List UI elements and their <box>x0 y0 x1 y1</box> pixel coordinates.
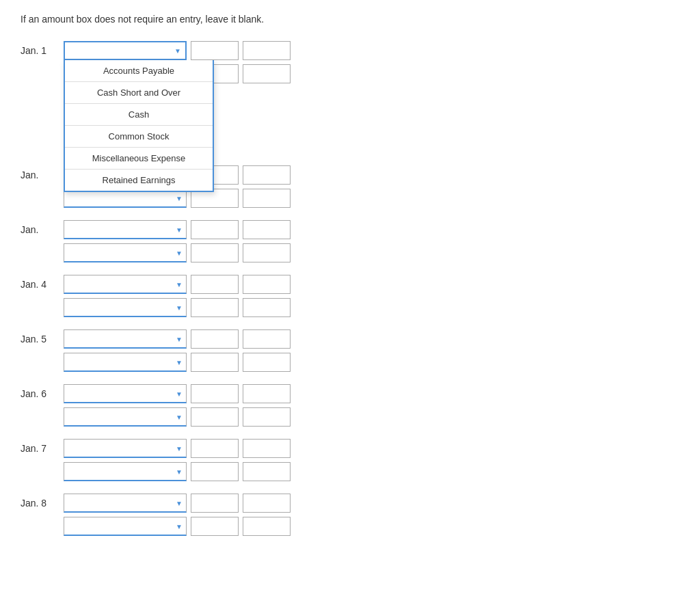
credit-input-jan5-2[interactable] <box>243 353 291 372</box>
date-label-jan1: Jan. 1 <box>21 41 58 56</box>
dropdown-wrapper-jan7-1: Accounts Payable Cash Short and Over Cas… <box>64 439 187 458</box>
debit-input-jan1-1[interactable] <box>191 41 239 60</box>
date-label-jan8: Jan. 8 <box>21 494 58 509</box>
credit-input-jan1-1[interactable] <box>243 41 291 60</box>
credit-input-jan4-2[interactable] <box>243 298 291 317</box>
entry-row-jan7-2: Accounts Payable Cash Short and Over Cas… <box>64 462 291 481</box>
journal-entry-jan3: Jan. Accounts Payable Cash Short and Ove… <box>21 220 679 262</box>
debit-input-jan5-1[interactable] <box>191 329 239 349</box>
instruction-text: If an amount box does not require an ent… <box>21 14 679 25</box>
entry-row-jan4-1: Accounts Payable Cash Short and Over Cas… <box>64 275 291 294</box>
entry-rows-jan1: ▼ Accounts Payable Cash Short and Over C… <box>64 41 291 83</box>
credit-input-jan6-2[interactable] <box>243 407 291 427</box>
dropdown-item-common-stock[interactable]: Common Stock <box>65 126 213 148</box>
dropdown-wrapper-jan4-1: Accounts Payable Cash Short and Over Cas… <box>64 275 187 294</box>
account-select-jan6-1[interactable]: Accounts Payable Cash Short and Over Cas… <box>64 384 187 403</box>
credit-input-jan8-2[interactable] <box>243 517 291 536</box>
dropdown-wrapper-jan4-2: Accounts Payable Cash Short and Over Cas… <box>64 298 187 317</box>
debit-input-jan4-2[interactable] <box>191 298 239 317</box>
debit-input-jan7-2[interactable] <box>191 462 239 481</box>
entry-rows-jan4: Accounts Payable Cash Short and Over Cas… <box>64 275 291 317</box>
entry-row-jan5-1: Accounts Payable Cash Short and Over Cas… <box>64 329 291 349</box>
credit-input-jan5-1[interactable] <box>243 329 291 349</box>
account-select-jan3-2[interactable]: Accounts Payable Cash Short and Over Cas… <box>64 243 187 262</box>
account-select-jan4-1[interactable]: Accounts Payable Cash Short and Over Cas… <box>64 275 187 294</box>
debit-input-jan5-2[interactable] <box>191 353 239 372</box>
dropdown-trigger-jan1[interactable]: ▼ <box>64 41 187 60</box>
account-select-jan5-2[interactable]: Accounts Payable Cash Short and Over Cas… <box>64 353 187 372</box>
date-label-jan6: Jan. 6 <box>21 384 58 399</box>
entry-row-jan3-2: Accounts Payable Cash Short and Over Cas… <box>64 243 291 262</box>
entry-row-jan5-2: Accounts Payable Cash Short and Over Cas… <box>64 353 291 372</box>
entry-row-jan8-2: Accounts Payable Cash Short and Over Cas… <box>64 517 291 536</box>
entry-row-jan7-1: Accounts Payable Cash Short and Over Cas… <box>64 439 291 458</box>
dropdown-item-cash[interactable]: Cash <box>65 104 213 126</box>
credit-input-jan8-1[interactable] <box>243 494 291 513</box>
account-select-jan4-2[interactable]: Accounts Payable Cash Short and Over Cas… <box>64 298 187 317</box>
dropdown-item-misc-expense[interactable]: Miscellaneous Expense <box>65 148 213 170</box>
dropdown-open-jan1: ▼ Accounts Payable Cash Short and Over C… <box>64 41 187 60</box>
dropdown-wrapper-jan3-2: Accounts Payable Cash Short and Over Cas… <box>64 243 187 262</box>
entry-rows-jan5: Accounts Payable Cash Short and Over Cas… <box>64 329 291 372</box>
dropdown-wrapper-jan6-1: Accounts Payable Cash Short and Over Cas… <box>64 384 187 403</box>
account-select-jan3-1[interactable]: Accounts Payable Cash Short and Over Cas… <box>64 220 187 239</box>
credit-input-jan7-2[interactable] <box>243 462 291 481</box>
entry-rows-jan6: Accounts Payable Cash Short and Over Cas… <box>64 384 291 427</box>
debit-input-jan8-1[interactable] <box>191 494 239 513</box>
credit-input-jan1-2[interactable] <box>243 64 291 83</box>
dropdown-wrapper-jan8-1: Accounts Payable Cash Short and Over Cas… <box>64 494 187 513</box>
dropdown-wrapper-jan5-2: Accounts Payable Cash Short and Over Cas… <box>64 353 187 372</box>
dropdown-item-cash-short-over[interactable]: Cash Short and Over <box>65 82 213 104</box>
credit-input-jan6-1[interactable] <box>243 384 291 403</box>
entry-row-jan1-1: ▼ Accounts Payable Cash Short and Over C… <box>64 41 291 60</box>
date-label-jan2: Jan. <box>21 165 58 180</box>
date-label-jan7: Jan. 7 <box>21 439 58 454</box>
account-select-jan7-2[interactable]: Accounts Payable Cash Short and Over Cas… <box>64 462 187 481</box>
dropdown-item-retained-earnings[interactable]: Retained Earnings <box>65 170 213 191</box>
dropdown-arrow-jan1: ▼ <box>174 47 181 55</box>
journal-entry-jan7: Jan. 7 Accounts Payable Cash Short and O… <box>21 439 679 481</box>
account-select-jan8-1[interactable]: Accounts Payable Cash Short and Over Cas… <box>64 494 187 513</box>
date-label-jan5: Jan. 5 <box>21 329 58 345</box>
debit-input-jan4-1[interactable] <box>191 275 239 294</box>
entry-rows-jan8: Accounts Payable Cash Short and Over Cas… <box>64 494 291 536</box>
debit-input-jan6-1[interactable] <box>191 384 239 403</box>
dropdown-wrapper-jan5-1: Accounts Payable Cash Short and Over Cas… <box>64 329 187 349</box>
dropdown-wrapper-jan3-1: Accounts Payable Cash Short and Over Cas… <box>64 220 187 239</box>
account-select-jan6-2[interactable]: Accounts Payable Cash Short and Over Cas… <box>64 407 187 427</box>
journal-entry-jan4: Jan. 4 Accounts Payable Cash Short and O… <box>21 275 679 317</box>
date-label-jan4: Jan. 4 <box>21 275 58 290</box>
dropdown-wrapper-jan6-2: Accounts Payable Cash Short and Over Cas… <box>64 407 187 427</box>
entry-rows-jan3: Accounts Payable Cash Short and Over Cas… <box>64 220 291 262</box>
credit-input-jan2-1[interactable] <box>243 165 291 185</box>
entry-row-jan8-1: Accounts Payable Cash Short and Over Cas… <box>64 494 291 513</box>
entry-row-jan4-2: Accounts Payable Cash Short and Over Cas… <box>64 298 291 317</box>
credit-input-jan3-1[interactable] <box>243 220 291 239</box>
account-select-jan7-1[interactable]: Accounts Payable Cash Short and Over Cas… <box>64 439 187 458</box>
journal-entry-jan5: Jan. 5 Accounts Payable Cash Short and O… <box>21 329 679 372</box>
debit-input-jan3-2[interactable] <box>191 243 239 262</box>
credit-input-jan7-1[interactable] <box>243 439 291 458</box>
dropdown-item-accounts-payable[interactable]: Accounts Payable <box>65 60 213 82</box>
journal-entry-jan6: Jan. 6 Accounts Payable Cash Short and O… <box>21 384 679 427</box>
debit-input-jan7-1[interactable] <box>191 439 239 458</box>
journal-entry-jan1: Jan. 1 ▼ Accounts Payable Cash Short and… <box>21 41 679 83</box>
entry-rows-jan7: Accounts Payable Cash Short and Over Cas… <box>64 439 291 481</box>
credit-input-jan3-2[interactable] <box>243 243 291 262</box>
entry-row-jan3-1: Accounts Payable Cash Short and Over Cas… <box>64 220 291 239</box>
debit-input-jan8-2[interactable] <box>191 517 239 536</box>
date-label-jan3: Jan. <box>21 220 58 235</box>
dropdown-menu-jan1: Accounts Payable Cash Short and Over Cas… <box>64 60 214 192</box>
credit-input-jan2-2[interactable] <box>243 189 291 208</box>
journal-entry-jan8: Jan. 8 Accounts Payable Cash Short and O… <box>21 494 679 536</box>
entry-row-jan6-1: Accounts Payable Cash Short and Over Cas… <box>64 384 291 403</box>
debit-input-jan6-2[interactable] <box>191 407 239 427</box>
entry-row-jan6-2: Accounts Payable Cash Short and Over Cas… <box>64 407 291 427</box>
dropdown-wrapper-jan8-2: Accounts Payable Cash Short and Over Cas… <box>64 517 187 536</box>
dropdown-wrapper-jan7-2: Accounts Payable Cash Short and Over Cas… <box>64 462 187 481</box>
account-select-jan5-1[interactable]: Accounts Payable Cash Short and Over Cas… <box>64 329 187 349</box>
account-select-jan8-2[interactable]: Accounts Payable Cash Short and Over Cas… <box>64 517 187 536</box>
credit-input-jan4-1[interactable] <box>243 275 291 294</box>
debit-input-jan3-1[interactable] <box>191 220 239 239</box>
